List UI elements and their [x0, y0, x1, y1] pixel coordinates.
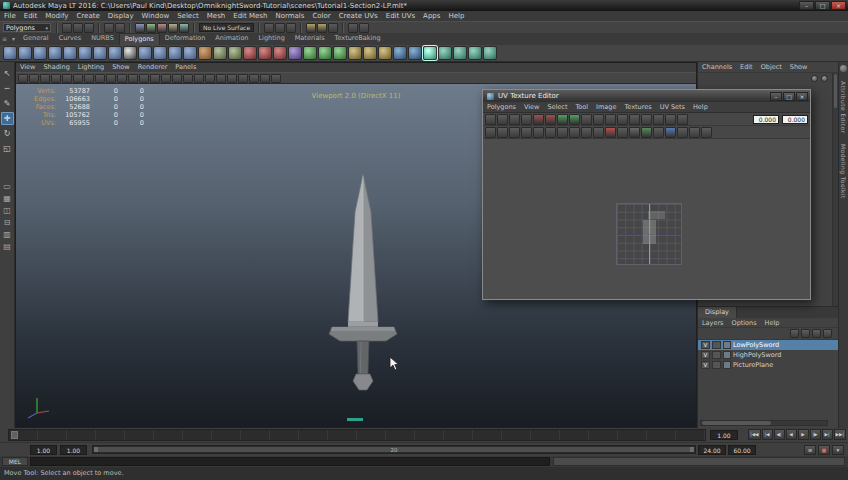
menu-set-dropdown[interactable]: Polygons ▾ [3, 23, 51, 32]
uv-texture-bake-icon[interactable] [653, 127, 664, 138]
uv-menu-polygons[interactable]: Polygons [483, 103, 520, 111]
poly-pyramid-icon[interactable] [153, 46, 167, 60]
menu-edit-mesh[interactable]: Edit Mesh [229, 11, 271, 21]
sidebar-tab-modeling-toolkit[interactable]: Modeling Toolkit [840, 144, 847, 199]
shelf-tab-polygons[interactable]: Polygons [119, 33, 160, 45]
shelf-tab-nurbs[interactable]: NURBS [86, 33, 119, 45]
poly-plane-icon[interactable] [78, 46, 92, 60]
sew-uv-icon[interactable] [557, 114, 568, 125]
menu-apps[interactable]: Apps [419, 11, 444, 21]
step-forward-key-button[interactable]: |▶ [810, 429, 821, 440]
use-all-lights-icon[interactable] [183, 74, 193, 83]
layer-color-swatch[interactable] [723, 341, 731, 349]
outliner-persp-layout-button[interactable]: ▤ [1, 241, 14, 252]
textured-mode-icon[interactable] [172, 74, 182, 83]
safe-title-icon[interactable] [139, 74, 149, 83]
poly-platonic-icon[interactable] [138, 46, 152, 60]
new-layer-icon[interactable] [823, 329, 832, 338]
shelf-tab-texturebaking[interactable]: TextureBaking [330, 33, 386, 45]
channel-menu-edit[interactable]: Edit [736, 63, 757, 71]
menu-mesh[interactable]: Mesh [203, 11, 229, 21]
snap-to-curve-icon[interactable] [146, 23, 156, 33]
uv-sets-menu-icon[interactable] [677, 127, 688, 138]
menu-window[interactable]: Window [138, 11, 174, 21]
channel-menu-show[interactable]: Show [786, 63, 812, 71]
flip-u-icon[interactable] [485, 114, 496, 125]
safe-action-icon[interactable] [128, 74, 138, 83]
uv-u-coordinate-field[interactable]: 0.000 [753, 115, 779, 124]
command-input[interactable] [30, 457, 550, 466]
snap-to-grid-icon[interactable] [135, 23, 145, 33]
layer-row-highpolysword[interactable]: VHighPolySword [698, 350, 838, 360]
range-slider-bar[interactable]: 20 [94, 447, 694, 452]
motion-blur-icon[interactable] [216, 74, 226, 83]
paste-uv-icon[interactable] [701, 127, 712, 138]
make-live-icon[interactable] [179, 23, 189, 33]
three-pane-layout-button[interactable]: ▥ [1, 229, 14, 240]
remove-from-isolate-icon[interactable] [677, 114, 688, 125]
maximize-button[interactable]: □ [815, 1, 830, 10]
uv-menu-help[interactable]: Help [689, 103, 712, 111]
render-settings-icon[interactable] [328, 23, 338, 33]
character-set-menu-button[interactable]: ≡ [804, 445, 816, 455]
shelf-arrow-icon[interactable]: ▾ [9, 33, 18, 45]
channel-menu-channels[interactable]: Channels [698, 63, 736, 71]
layer-display-type-toggle[interactable] [712, 351, 721, 359]
move-uv-shell-tool-icon[interactable] [509, 127, 520, 138]
step-back-frame-button[interactable]: |◀ [762, 429, 773, 440]
move-and-sew-icon[interactable] [569, 114, 580, 125]
combine-icon[interactable] [213, 46, 227, 60]
undo-icon[interactable] [104, 23, 114, 33]
layer-color-swatch[interactable] [723, 361, 731, 369]
poly-soccer-ball-icon[interactable] [123, 46, 137, 60]
poly-cone-icon[interactable] [48, 46, 62, 60]
toolbox-toggle-icon[interactable] [359, 23, 369, 33]
shadows-toggle-icon[interactable] [194, 74, 204, 83]
shelf-tab-curves[interactable]: Curves [54, 33, 87, 45]
transfer-attributes-icon[interactable] [801, 329, 810, 338]
uv-shell[interactable] [643, 220, 656, 244]
rotate-cw-icon[interactable] [521, 114, 532, 125]
uv-shell[interactable] [648, 211, 665, 219]
time-slider-track[interactable] [8, 429, 706, 441]
lasso-tool[interactable]: ∽ [1, 82, 14, 95]
snap-to-point-icon[interactable] [157, 23, 167, 33]
play-forwards-button[interactable]: ▶ [798, 429, 809, 440]
animation-end-field[interactable]: 60.00 [728, 445, 756, 455]
wireframe-mode-icon[interactable] [150, 74, 160, 83]
dim-image-toggle-icon[interactable] [569, 127, 580, 138]
layer-row-lowpolysword[interactable]: VLowPolySword [698, 340, 838, 350]
align-u-max-icon[interactable] [617, 114, 628, 125]
panel-menu-shading[interactable]: Shading [39, 63, 73, 72]
construction-history-icon[interactable] [264, 23, 274, 33]
film-gate-icon[interactable] [84, 74, 94, 83]
menu-edit[interactable]: Edit [20, 11, 42, 21]
uv-snapshot-icon[interactable] [533, 127, 544, 138]
animation-start-field[interactable]: 1.00 [30, 445, 57, 455]
layer-editor-scrollbar[interactable] [700, 420, 828, 426]
grid-toggle-icon[interactable] [73, 74, 83, 83]
range-slider-track[interactable]: 20 [92, 445, 696, 454]
sculpt-tool-icon[interactable] [198, 46, 212, 60]
menu-modify[interactable]: Modify [41, 11, 72, 21]
resolution-gate-icon[interactable] [95, 74, 105, 83]
layer-color-swatch[interactable] [723, 351, 731, 359]
sidebar-toggle-icon[interactable] [840, 65, 847, 72]
uv-menu-select[interactable]: Select [543, 103, 571, 111]
four-pane-layout-button[interactable]: ▦ [1, 193, 14, 204]
split-uv-icon[interactable] [545, 114, 556, 125]
move-tool[interactable]: ✛ [1, 112, 14, 125]
channel-menu-object[interactable]: Object [757, 63, 786, 71]
shelf-tab-general[interactable]: General [18, 33, 54, 45]
menu-color[interactable]: Color [308, 11, 334, 21]
step-forward-frame-button[interactable]: ▶| [822, 429, 833, 440]
poly-disc-icon[interactable] [93, 46, 107, 60]
panel-menu-panels[interactable]: Panels [171, 63, 200, 72]
layer-menu-options[interactable]: Options [728, 319, 761, 327]
spherical-mapping-icon[interactable] [468, 46, 482, 60]
layer-display-type-toggle[interactable] [712, 341, 721, 349]
rotate-tool[interactable]: ↻ [1, 127, 14, 140]
panel-menu-view[interactable]: View [16, 63, 39, 72]
paint-selection-tool[interactable]: ✎ [1, 97, 14, 110]
shaded-uv-display-icon[interactable] [605, 127, 616, 138]
